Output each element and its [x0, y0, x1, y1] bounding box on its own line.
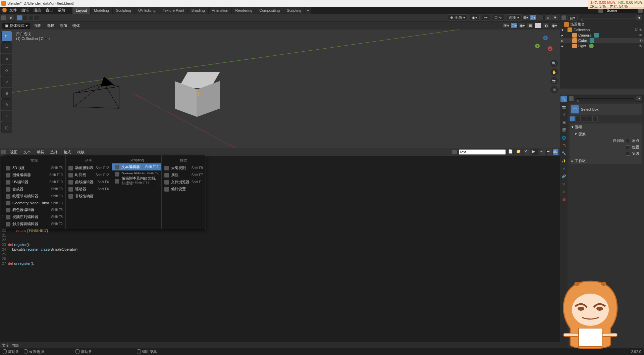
submenu-view[interactable]: 视图	[32, 22, 44, 29]
tool-scale[interactable]: ⤢	[1, 77, 12, 87]
checkbox-location[interactable]	[626, 145, 630, 149]
tab-shading[interactable]: Shading	[188, 7, 208, 14]
ptab-scene[interactable]: 🎬	[560, 126, 567, 133]
ptab-world[interactable]: 🌐	[560, 134, 567, 141]
visibility-icon[interactable]: 👁▾	[503, 22, 509, 29]
menu-window[interactable]: 窗口	[44, 7, 55, 14]
ptab-material[interactable]: ●	[560, 188, 567, 195]
outliner-cube-row[interactable]: ▸ Cube 👁	[560, 38, 644, 43]
tab-layout[interactable]: Layout	[72, 7, 90, 14]
nav-gizmo[interactable]: Y Z X	[535, 36, 555, 56]
run-script-button[interactable]: ▶	[532, 149, 538, 155]
eye-icon[interactable]: 👁	[639, 28, 643, 32]
submenu-object[interactable]: 物体	[70, 22, 82, 29]
orientation-dropdown[interactable]: ⊕全局▾	[448, 14, 468, 21]
popup-item[interactable]: 着色器编辑器Shift F3	[3, 206, 65, 213]
popup-item[interactable]: 文件浏览器Shift F1	[162, 179, 206, 186]
outliner-editor-icon[interactable]	[561, 15, 566, 20]
text-unlink-icon[interactable]: ✕	[524, 149, 530, 155]
matprev-shading-icon[interactable]: ◐	[543, 22, 550, 29]
te-menu-format[interactable]: 格式	[62, 149, 73, 155]
xray-toggle[interactable]	[537, 14, 544, 20]
popup-item[interactable]: 驱动器Shift F6	[66, 186, 112, 193]
tab-texture[interactable]: Texture Paint	[159, 7, 187, 14]
camera-object[interactable]	[70, 73, 121, 113]
ptab-render[interactable]: 📷	[560, 103, 567, 110]
ptab-object[interactable]: ▢	[560, 142, 567, 149]
tab-uv[interactable]: UV Editing	[135, 7, 159, 14]
ptab-physics[interactable]: ⚛	[560, 165, 567, 172]
properties-search[interactable]	[575, 98, 635, 99]
ptab-constraint[interactable]: 🔗	[560, 173, 567, 180]
axis-z-ball[interactable]: Z	[543, 36, 548, 40]
popup-item[interactable]: 3D 视图Shift F5	[3, 164, 65, 171]
ptab-modifier[interactable]: 🔧	[560, 150, 567, 156]
properties-pin-icon[interactable]: ▾	[636, 96, 643, 102]
tool-cursor[interactable]: ✛	[1, 42, 12, 53]
checkbox-origin[interactable]	[626, 139, 630, 143]
mesh-cube[interactable]: ✛	[178, 72, 221, 115]
text-new-icon[interactable]: 📄	[508, 149, 514, 155]
search-icon[interactable]: ⌕	[544, 14, 551, 20]
pivot-dropdown[interactable]: ◉▾	[470, 15, 480, 20]
popup-item[interactable]: 非线性动画	[66, 193, 112, 200]
te-menu-text[interactable]: 文本	[21, 149, 33, 155]
popup-item[interactable]: 曲线编辑器Shift F6	[66, 179, 112, 186]
proportional-dropdown[interactable]: ⬡ ∿	[492, 15, 504, 20]
tab-compositing[interactable]: Compositing	[256, 7, 283, 14]
axis-x-ball[interactable]: X	[548, 46, 552, 51]
panel-transform-header[interactable]: ▾ 变换	[570, 131, 642, 138]
ptab-mesh[interactable]: ▽	[560, 181, 567, 187]
submenu-add[interactable]: 添加	[58, 22, 69, 29]
tab-modeling[interactable]: Modeling	[91, 7, 112, 14]
tab-rendering[interactable]: Rendering	[232, 7, 256, 14]
eye-icon[interactable]: 👁	[639, 44, 643, 48]
popup-item[interactable]: Geometry Node EditorShift F3	[3, 200, 65, 206]
tab-sculpting[interactable]: Sculpting	[113, 7, 135, 14]
wire-shading-icon[interactable]: ⊞	[527, 22, 534, 29]
collection-toggle-icon[interactable]: ☑	[635, 28, 638, 32]
tool-measure[interactable]: ⟋	[1, 111, 12, 121]
te-wrap-icon[interactable]: ↩	[546, 149, 552, 155]
menu-render[interactable]: 渲染	[32, 7, 43, 14]
submenu-select[interactable]: 选择	[45, 22, 56, 29]
outliner-light-row[interactable]: ▸ Light 👁	[560, 43, 644, 49]
te-menu-select[interactable]: 选择	[48, 149, 60, 155]
snap-dropdown[interactable]: 𝄐▾	[482, 15, 490, 20]
blender-icon[interactable]	[1, 8, 7, 13]
checkbox-parent[interactable]	[626, 152, 630, 156]
select-mode-buttons[interactable]	[17, 15, 39, 20]
popup-item[interactable]: 视频序列编辑器Shift F8	[3, 213, 65, 220]
popup-item[interactable]: 图像编辑器Shift F10	[3, 171, 65, 179]
editor-type-dropdown[interactable]	[1, 15, 6, 20]
popup-item[interactable]: 时间线Shift F12	[66, 171, 112, 179]
menu-help[interactable]: 帮助	[56, 7, 67, 14]
select-mode-strip[interactable]	[570, 116, 642, 121]
ortho-icon[interactable]: ⊞	[550, 86, 558, 93]
text-open-icon[interactable]: 📁	[516, 149, 522, 155]
popup-item[interactable]: 属性Shift F7	[162, 171, 206, 179]
tab-add[interactable]: +	[305, 7, 311, 14]
popup-item[interactable]: 动画摄影表Shift F12	[66, 164, 112, 171]
gizmo-toggle[interactable]: ⊞▾	[522, 14, 529, 20]
outliner-scene-row[interactable]: 场景集合	[560, 21, 644, 27]
tool-transform[interactable]: ⊕	[1, 88, 12, 99]
ptab-output[interactable]: 🖨	[560, 111, 567, 118]
mode-dropdown[interactable]: ▣ 物体模式 ▾	[2, 22, 31, 29]
text-editor-type-icon[interactable]	[1, 150, 6, 154]
eye-icon[interactable]: 👁	[639, 39, 643, 43]
overlays-toggle[interactable]: ⊙▾	[530, 14, 536, 20]
popup-item[interactable]: 大纲视图Shift F9	[162, 164, 206, 171]
popup-item[interactable]: 合成器Shift F3	[3, 186, 65, 193]
outliner-collection-row[interactable]: ▾ Collection ☑👁	[560, 27, 644, 33]
ptab-particle[interactable]: ✨	[560, 157, 567, 164]
ptab-texture[interactable]: ▦	[560, 196, 567, 203]
tool-move[interactable]: ✥	[1, 54, 12, 64]
tab-scripting[interactable]: Scripting	[283, 7, 305, 14]
rendered-shading-icon[interactable]: ◉▾	[551, 22, 558, 29]
te-linenum-icon[interactable]: ≡	[540, 149, 546, 155]
options-dropdown[interactable]: 选项▾	[506, 14, 522, 21]
popup-item[interactable]: UV编辑器Shift F10	[3, 179, 65, 186]
viewport-3d[interactable]: ⬚ ✛ ✥ ⟳ ⤢ ⊕ ✎ ⟋ ▢ 用户透视 (1) Collection | …	[0, 30, 560, 155]
panel-options-header[interactable]: ▾ 选项	[570, 123, 642, 131]
